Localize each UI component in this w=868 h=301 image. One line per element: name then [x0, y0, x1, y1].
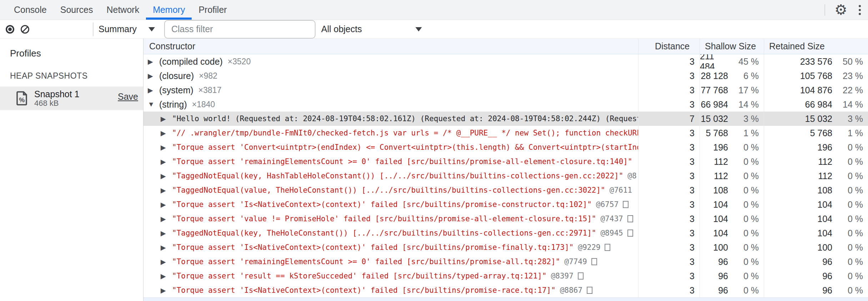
string-instance-row[interactable]: ▶"Torque assert 'value != PromiseHole' f… [143, 212, 868, 226]
object-id: @8 [627, 172, 636, 180]
distance-value: 3 [690, 257, 695, 267]
distance-cell: 3 [638, 226, 700, 240]
string-instance-row[interactable]: ▶"// .wrangler/tmp/bundle-FmNIt0/checked… [143, 126, 868, 140]
class-filter-input[interactable] [164, 20, 316, 39]
shallow-size-value: 112 [714, 157, 728, 167]
string-instance-row[interactable]: ▶"Torque assert 'Is<NativeContext>(conte… [143, 240, 868, 255]
string-value: "Torque assert 'result == kStoreSucceded… [172, 272, 546, 280]
object-id: @7611 [610, 186, 632, 194]
string-value: "Torque assert 'Is<NativeContext>(contex… [172, 200, 592, 209]
tab-memory[interactable]: Memory [146, 0, 192, 20]
distance-cell: 3 [638, 169, 700, 183]
constructor-group-row[interactable]: ▶(system)×3817377 76817 %104 87622 % [143, 83, 868, 97]
settings-gear-icon[interactable]: ⚙ [834, 3, 847, 17]
collapsed-arrow-icon[interactable]: ▶ [161, 129, 170, 137]
string-instance-row[interactable]: ▶"Torque assert 'remainingElementsCount … [143, 255, 868, 269]
toolbar-divider [93, 23, 94, 36]
shallow-size-value: 96 [718, 257, 728, 267]
collapsed-arrow-icon[interactable]: ▶ [161, 286, 170, 295]
instance-count: ×982 [199, 71, 217, 81]
collapsed-arrow-icon[interactable]: ▶ [161, 115, 170, 123]
retained-size-percent: 0 % [837, 242, 863, 253]
expanded-arrow-icon[interactable]: ▼ [148, 100, 157, 108]
string-instance-row[interactable]: ▶"TaggedNotEqual(key, HashTableHoleConst… [143, 169, 868, 183]
retained-size-percent: 0 % [837, 199, 863, 210]
retained-size-value: 233 576 [800, 56, 832, 67]
object-marker-icon [578, 272, 584, 280]
record-heap-snapshot-icon[interactable] [6, 25, 14, 34]
string-instance-row[interactable]: ▶"Torque assert 'Is<NativeContext>(conte… [143, 197, 868, 212]
constructor-group-row[interactable]: ▶(compiled code)×35203211 48445 %233 576… [143, 54, 868, 69]
tab-network[interactable]: Network [100, 0, 146, 20]
string-value: "Hello world! (Requested at: 2024-08-19T… [172, 114, 638, 123]
shallow-size-cell: 1040 % [700, 226, 764, 240]
column-header-constructor[interactable]: Constructor [143, 39, 638, 54]
objects-select[interactable]: All objects [321, 24, 422, 34]
string-instance-row[interactable]: ▶"Torque assert 'Convert<uintptr>(endInd… [143, 140, 868, 154]
perspective-caret-icon [148, 27, 155, 31]
retained-size-cell: 960 % [764, 269, 868, 283]
shallow-size-percent: 0 % [732, 214, 759, 224]
distance-cell: 3 [638, 140, 700, 154]
collapsed-arrow-icon[interactable]: ▶ [148, 72, 157, 80]
tab-profiler[interactable]: Profiler [192, 0, 233, 20]
distance-cell: 3 [638, 154, 700, 169]
snapshot-save-link[interactable]: Save [118, 92, 138, 102]
snapshot-list-item[interactable]: % Snapshot 1 468 kB Save [0, 87, 143, 110]
collapsed-arrow-icon[interactable]: ▶ [161, 272, 170, 280]
tab-console[interactable]: Console [7, 0, 54, 20]
distance-value: 3 [690, 185, 695, 196]
column-header-retained-size[interactable]: Retained Size [764, 39, 868, 54]
shallow-size-value: 104 [713, 228, 728, 238]
string-instance-row[interactable]: ▶"Hello world! (Requested at: 2024-08-19… [143, 112, 868, 126]
retained-size-cell: 1120 % [764, 154, 868, 169]
constructor-group-row[interactable]: ▼(string)×1840366 98414 %66 98414 % [143, 97, 868, 112]
heap-snapshot-data-grid: Constructor Distance Shallow Size Retain… [143, 39, 868, 301]
constructor-name: (string) [159, 99, 187, 110]
constructor-cell: ▶"Torque assert 'Is<NativeContext>(conte… [143, 197, 638, 212]
constructor-group-row[interactable]: ▶(closure)×982328 1286 %105 76823 % [143, 69, 868, 83]
constructor-cell: ▶"Torque assert 'Is<NativeContext>(conte… [143, 283, 638, 297]
constructor-cell: ▶"TaggedNotEqual(value, TheHoleConstant(… [143, 183, 638, 197]
distance-cell: 3 [638, 240, 700, 255]
perspective-select[interactable]: Summary [99, 24, 138, 34]
collapsed-arrow-icon[interactable]: ▶ [148, 86, 157, 94]
clear-profiles-icon[interactable] [21, 25, 29, 34]
retained-size-value: 15 032 [805, 114, 832, 124]
constructor-name: (compiled code) [159, 56, 223, 67]
memory-toolbar: Summary All objects [0, 20, 868, 39]
retained-size-percent: 22 % [837, 85, 863, 95]
retained-size-value: 96 [822, 271, 832, 281]
more-options-kebab-icon[interactable] [857, 4, 863, 16]
shallow-size-percent: 0 % [732, 157, 759, 167]
object-id: @8867 [560, 286, 582, 295]
retained-size-percent: 0 % [837, 185, 863, 196]
retained-size-percent: 0 % [837, 214, 863, 224]
collapsed-arrow-icon[interactable]: ▶ [161, 143, 170, 152]
collapsed-arrow-icon[interactable]: ▶ [161, 243, 170, 252]
string-instance-row[interactable]: ▶"Torque assert 'Is<NativeContext>(conte… [143, 283, 868, 297]
column-header-shallow-size[interactable]: Shallow Size [700, 39, 764, 54]
tabbar-right-controls: ⚙ [824, 0, 863, 20]
object-id: @7437 [600, 214, 623, 223]
collapsed-arrow-icon[interactable]: ▶ [161, 158, 170, 166]
collapsed-arrow-icon[interactable]: ▶ [161, 215, 170, 223]
distance-value: 3 [690, 199, 695, 210]
collapsed-arrow-icon[interactable]: ▶ [161, 229, 170, 237]
collapsed-arrow-icon[interactable]: ▶ [148, 58, 157, 66]
tab-sources[interactable]: Sources [54, 0, 100, 20]
string-instance-row[interactable]: ▶"Torque assert 'remainingElementsCount … [143, 154, 868, 169]
constructor-cell: ▶"// .wrangler/tmp/bundle-FmNIt0/checked… [143, 126, 638, 140]
constructor-cell: ▶"TaggedNotEqual(key, HashTableHoleConst… [143, 169, 638, 183]
retained-size-value: 104 [817, 228, 832, 238]
collapsed-arrow-icon[interactable]: ▶ [161, 201, 170, 209]
collapsed-arrow-icon[interactable]: ▶ [161, 186, 170, 194]
string-instance-row[interactable]: ▶"Torque assert 'result == kStoreSuccede… [143, 269, 868, 283]
collapsed-arrow-icon[interactable]: ▶ [161, 258, 170, 266]
retained-size-cell: 1120 % [764, 169, 868, 183]
string-instance-row[interactable]: ▶"TaggedNotEqual(key, TheHoleConstant())… [143, 226, 868, 240]
retained-size-percent: 1 % [837, 128, 863, 138]
string-instance-row[interactable]: ▶"TaggedNotEqual(value, TheHoleConstant(… [143, 183, 868, 197]
collapsed-arrow-icon[interactable]: ▶ [161, 172, 170, 180]
column-header-distance[interactable]: Distance [638, 39, 700, 54]
